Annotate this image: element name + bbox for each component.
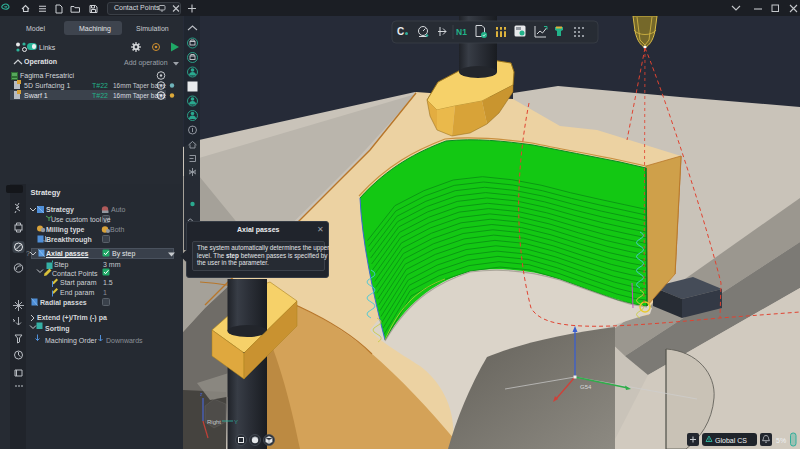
svg-text:5%: 5% <box>776 437 786 444</box>
svg-text:G54: G54 <box>580 384 592 390</box>
svg-text:Right: Right <box>207 419 221 425</box>
svg-text:Y: Y <box>234 419 238 425</box>
svg-text:Global CS: Global CS <box>715 437 747 444</box>
svg-text:N1: N1 <box>456 27 467 37</box>
svg-text:C: C <box>397 26 404 37</box>
